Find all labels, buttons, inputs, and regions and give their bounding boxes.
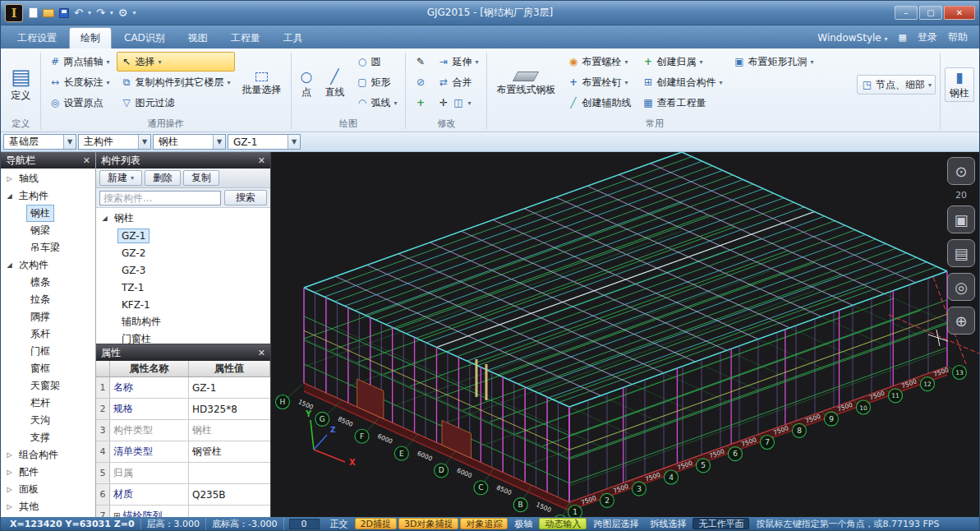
- close-button[interactable]: ✕: [944, 6, 975, 20]
- undo-icon[interactable]: ↶: [74, 7, 83, 20]
- login-button[interactable]: 登录: [918, 30, 937, 44]
- create-aux-line-button[interactable]: ╱创建辅助线: [563, 93, 635, 113]
- new-file-icon[interactable]: [29, 7, 38, 20]
- type-select[interactable]: 钢柱▼: [153, 134, 226, 150]
- view-quantity-button[interactable]: ▦查看工程量: [637, 93, 726, 113]
- redo-dropdown-icon[interactable]: ▾: [110, 9, 113, 16]
- status-toggle[interactable]: 极轴: [509, 518, 537, 529]
- component-list-item[interactable]: KFZ-1: [96, 296, 270, 313]
- component-list-item[interactable]: 辅助构件: [96, 313, 270, 330]
- steel-column-button[interactable]: ▮ 钢柱: [945, 67, 974, 103]
- place-plate-button[interactable]: 布置线式钢板: [491, 52, 560, 116]
- tree-expander-icon[interactable]: ◢: [99, 215, 110, 222]
- component-list-item[interactable]: GZ-2: [96, 244, 270, 261]
- component-list-item[interactable]: 门窗柱: [96, 330, 270, 344]
- nav-item[interactable]: ▷组合构件: [1, 446, 95, 464]
- place-bolt-button[interactable]: ◉布置螺栓▾: [563, 52, 635, 72]
- rect-hole-button[interactable]: ▣布置矩形孔洞▾: [729, 52, 818, 72]
- draw-point-button[interactable]: ○点: [296, 52, 318, 116]
- help-button[interactable]: 帮助: [948, 30, 968, 44]
- nav-item[interactable]: 支撑: [1, 429, 95, 446]
- nav-item[interactable]: ▷轴线: [1, 170, 95, 187]
- qat-customize-icon[interactable]: ▾: [133, 9, 136, 16]
- ribbon-tab[interactable]: 工具: [273, 28, 314, 48]
- property-value[interactable]: HD325*8: [189, 399, 270, 419]
- nav-item[interactable]: 隅撑: [1, 308, 95, 326]
- define-button[interactable]: ▤ 定义: [6, 62, 36, 105]
- status-toggle[interactable]: 正交: [325, 518, 353, 529]
- format-brush-button[interactable]: ✎: [410, 52, 430, 72]
- set-origin-button[interactable]: ◎设置原点: [45, 93, 114, 113]
- property-value[interactable]: GZ-1: [189, 377, 270, 398]
- nav-item[interactable]: 系杆: [1, 326, 95, 343]
- select-button[interactable]: ↖选择▾: [117, 52, 235, 72]
- add-button[interactable]: +: [410, 93, 430, 113]
- status-toggle[interactable]: 2D捕捉: [355, 518, 397, 529]
- orbit-icon[interactable]: ⊙: [947, 157, 975, 185]
- component-group-row[interactable]: ◢ 钢柱: [96, 210, 270, 227]
- nav-item[interactable]: 檩条: [1, 274, 95, 291]
- nav-item[interactable]: 拉条: [1, 291, 95, 308]
- viewport-3d[interactable]: 1750027500375004750057500675007750087500…: [271, 152, 979, 517]
- erase-button[interactable]: ⊘: [410, 72, 430, 92]
- nav-item[interactable]: ◢主构件: [1, 187, 95, 205]
- window-layout-icon[interactable]: ▦: [899, 32, 907, 43]
- two-point-axis-button[interactable]: #两点辅轴▾: [45, 52, 114, 72]
- status-toggle[interactable]: 动态输入: [539, 518, 587, 529]
- batch-select-button[interactable]: 批量选择: [237, 52, 287, 116]
- zoom-extents-icon[interactable]: ⊕: [947, 307, 975, 335]
- status-toggle[interactable]: 拆线选择: [645, 518, 691, 529]
- ribbon-tab[interactable]: 工程量: [220, 28, 271, 48]
- nav-item[interactable]: 天沟: [1, 412, 95, 429]
- save-icon[interactable]: [59, 7, 69, 20]
- copy-to-floors-button[interactable]: ⧉复制构件到其它楼层▾: [117, 72, 235, 92]
- ribbon-tab[interactable]: CAD识别: [113, 28, 176, 48]
- layers-view-icon[interactable]: ▤: [947, 239, 975, 267]
- cube-view-icon[interactable]: ▣: [947, 205, 975, 233]
- component-list-item[interactable]: GZ-1: [96, 227, 270, 244]
- status-toggle[interactable]: 跨图层选择: [588, 518, 643, 529]
- window-style-menu[interactable]: WindowStyle ▾: [817, 32, 887, 44]
- redo-icon[interactable]: ↷: [96, 7, 105, 20]
- component-list-item[interactable]: GZ-3: [96, 261, 270, 279]
- element-filter-button[interactable]: ▽图元过滤: [117, 93, 235, 113]
- search-button[interactable]: 搜索: [224, 190, 267, 205]
- nav-item[interactable]: ▷配件: [1, 464, 95, 481]
- ribbon-tab[interactable]: 视图: [177, 28, 219, 48]
- status-toggle[interactable]: 对象追踪: [460, 518, 508, 529]
- component-list-item[interactable]: TZ-1: [96, 279, 270, 296]
- nav-item[interactable]: 吊车梁: [1, 239, 95, 256]
- delete-component-button[interactable]: 删除: [145, 170, 181, 186]
- draw-circle-button[interactable]: ○圆: [352, 52, 401, 72]
- draw-line-button[interactable]: ╱直线: [320, 52, 349, 116]
- close-icon[interactable]: ✕: [83, 155, 90, 166]
- nav-item[interactable]: ◢次构件: [1, 256, 95, 274]
- property-value[interactable]: [189, 463, 270, 483]
- nav-item[interactable]: 钢柱: [1, 205, 95, 222]
- expand-icon[interactable]: ⊞: [113, 511, 120, 517]
- node-detail-button[interactable]: ◳ 节点、细部▾: [857, 75, 936, 95]
- create-combo-button[interactable]: ⊞创建组合构件▾: [637, 72, 726, 92]
- ribbon-tab[interactable]: 绘制: [69, 27, 112, 48]
- search-input[interactable]: [99, 191, 221, 205]
- create-belonging-button[interactable]: +创建归属▾: [637, 52, 726, 72]
- nav-item[interactable]: 门框: [1, 343, 95, 360]
- minimize-button[interactable]: –: [895, 6, 918, 20]
- category-select[interactable]: 主构件▼: [78, 134, 151, 150]
- nav-item[interactable]: ▷其他: [1, 498, 95, 515]
- close-icon[interactable]: ✕: [258, 155, 265, 166]
- component-select[interactable]: GZ-1▼: [228, 134, 301, 150]
- nav-item[interactable]: 窗框: [1, 360, 95, 377]
- undo-dropdown-icon[interactable]: ▾: [88, 9, 91, 16]
- new-component-button[interactable]: 新建▾: [99, 170, 142, 186]
- maximize-button[interactable]: ▢: [919, 6, 942, 20]
- place-stud-button[interactable]: +布置栓钉▾: [563, 72, 635, 92]
- move-button[interactable]: ✛◫▾: [433, 93, 482, 113]
- draw-arc-button[interactable]: ◠弧线▾: [352, 93, 401, 113]
- property-value[interactable]: [189, 506, 270, 517]
- nav-item[interactable]: 栏杆: [1, 395, 95, 412]
- open-file-icon[interactable]: [43, 7, 54, 20]
- nav-item[interactable]: 钢梁: [1, 222, 95, 239]
- copy-component-button[interactable]: 复制: [183, 170, 219, 186]
- status-toggle[interactable]: 3D对象捕捉: [398, 518, 458, 529]
